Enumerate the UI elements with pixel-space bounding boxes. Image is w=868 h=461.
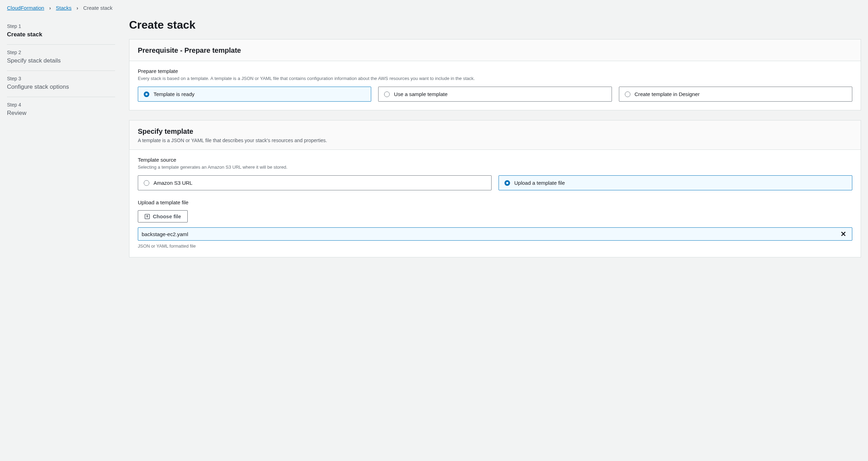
clear-file-button[interactable]: ✕ (838, 230, 848, 237)
step-title: Configure stack options (7, 83, 115, 90)
breadcrumb-current: Create stack (83, 5, 112, 11)
panel-title: Specify template (138, 127, 852, 136)
step-number: Step 1 (7, 23, 115, 29)
radio-icon (384, 92, 390, 97)
radio-upload-file[interactable]: Upload a template file (499, 175, 852, 190)
step-title: Specify stack details (7, 57, 115, 64)
radio-label: Template is ready (154, 91, 195, 97)
step-title: Create stack (7, 31, 115, 38)
selected-file-name: backstage-ec2.yaml (142, 231, 838, 237)
wizard-step-4[interactable]: Step 4 Review (7, 97, 115, 123)
wizard-step-2[interactable]: Step 2 Specify stack details (7, 45, 115, 71)
wizard-steps-sidebar: Step 1 Create stack Step 2 Specify stack… (7, 19, 115, 123)
radio-s3-url[interactable]: Amazon S3 URL (138, 175, 492, 190)
choose-file-button[interactable]: Choose file (138, 210, 188, 222)
radio-create-designer[interactable]: Create template in Designer (619, 87, 852, 102)
field-hint-prepare-template: Every stack is based on a template. A te… (138, 75, 852, 82)
step-number: Step 3 (7, 76, 115, 81)
radio-icon (144, 180, 149, 186)
breadcrumb-stacks[interactable]: Stacks (56, 5, 72, 11)
radio-group-template-source: Amazon S3 URL Upload a template file (138, 175, 852, 190)
chevron-right-icon: › (76, 5, 78, 11)
breadcrumb: CloudFormation › Stacks › Create stack (0, 0, 868, 14)
page-title: Create stack (129, 19, 861, 31)
panel-title: Prerequisite - Prepare template (138, 46, 852, 54)
panel-prerequisite: Prerequisite - Prepare template Prepare … (129, 39, 861, 110)
choose-file-label: Choose file (153, 213, 181, 219)
radio-template-ready[interactable]: Template is ready (138, 87, 371, 102)
wizard-step-3[interactable]: Step 3 Configure stack options (7, 71, 115, 97)
upload-icon (144, 214, 150, 219)
step-number: Step 2 (7, 50, 115, 55)
field-hint-template-source: Selecting a template generates an Amazon… (138, 164, 852, 170)
panel-specify-template: Specify template A template is a JSON or… (129, 120, 861, 257)
step-number: Step 4 (7, 102, 115, 108)
selected-file-row: backstage-ec2.yaml ✕ (138, 227, 852, 241)
radio-label: Use a sample template (394, 91, 447, 97)
step-title: Review (7, 110, 115, 117)
field-label-prepare-template: Prepare template (138, 68, 852, 74)
radio-label: Upload a template file (514, 180, 565, 186)
radio-label: Amazon S3 URL (154, 180, 193, 186)
radio-icon (144, 92, 149, 97)
field-label-template-source: Template source (138, 157, 852, 163)
radio-label: Create template in Designer (635, 91, 700, 97)
file-hint: JSON or YAML formatted file (138, 243, 852, 249)
breadcrumb-cloudformation[interactable]: CloudFormation (7, 5, 44, 11)
wizard-step-1[interactable]: Step 1 Create stack (7, 19, 115, 45)
radio-icon (625, 92, 630, 97)
radio-group-prepare-template: Template is ready Use a sample template … (138, 87, 852, 102)
panel-subtitle: A template is a JSON or YAML file that d… (138, 138, 852, 143)
radio-icon (504, 180, 510, 186)
field-label-upload-file: Upload a template file (138, 199, 852, 205)
chevron-right-icon: › (49, 5, 51, 11)
radio-use-sample[interactable]: Use a sample template (378, 87, 612, 102)
